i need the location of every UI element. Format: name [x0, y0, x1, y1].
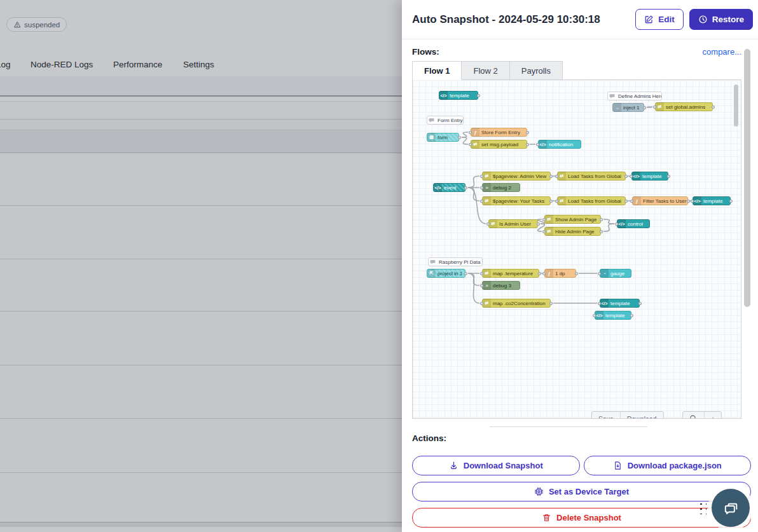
page-title: Auto Snapshot - 2024-05-29 10:30:18 — [412, 13, 635, 26]
node-output-port — [464, 186, 467, 189]
node-input-port — [469, 143, 472, 146]
flow-canvas-scrollbar[interactable] — [734, 85, 738, 126]
flow-wire — [468, 273, 479, 303]
flow-download-button[interactable]: Download — [621, 412, 663, 419]
flow-node-label: map .temperature — [491, 271, 535, 276]
debug-icon: ≡ — [483, 281, 491, 290]
flow-tab-bar: Flow 1Flow 2Payrolls — [412, 61, 563, 80]
clock-icon — [698, 15, 708, 24]
node-output-port — [712, 106, 715, 109]
set-as-device-target-button[interactable]: Set as Device Target — [412, 482, 751, 501]
flow-node-set-global: ⇄set global.admins — [655, 102, 713, 111]
flow-tab-payrolls[interactable]: Payrolls — [510, 61, 563, 80]
download-package-json-button[interactable]: Download package.json — [584, 456, 752, 475]
chat-launcher-button[interactable] — [712, 489, 750, 527]
table-row — [0, 153, 402, 206]
node-output-port — [464, 272, 467, 275]
actions-label: Actions: — [412, 433, 446, 443]
bg-tab-performance[interactable]: Performance — [113, 60, 162, 69]
node-input-port — [555, 175, 558, 178]
flow-node-template1: </>template — [631, 172, 668, 181]
restore-button[interactable]: Restore — [689, 9, 753, 30]
node-output-port — [643, 106, 646, 109]
flow-node-is-admin: ⇄Is Admin User — [488, 219, 538, 228]
flow-node-label: Is Admin User — [497, 221, 533, 227]
flow-node-label: template — [701, 198, 725, 204]
table-row — [0, 97, 402, 102]
flow-save-button[interactable]: Save — [592, 412, 621, 419]
section-divider — [490, 426, 647, 427]
flow-node-inject1: →inject 1 — [612, 103, 644, 112]
panel-scrollbar[interactable] — [744, 49, 750, 307]
node-output-port — [687, 200, 690, 203]
flow-tab-flow-1[interactable]: Flow 1 — [412, 61, 462, 80]
node-output-port — [537, 222, 540, 226]
flow-node-load2: ⇄Load Tasks from Global — [557, 196, 626, 205]
dimmed-background: suspended LogNode-RED LogsPerformanceSet… — [0, 0, 402, 532]
flow-node-label: template — [640, 174, 664, 179]
table-row — [0, 259, 402, 311]
flow-node-label: notification — [547, 142, 575, 147]
flow-wire — [603, 219, 614, 224]
flow-node-label: template — [448, 93, 471, 99]
function-icon: ƒ — [545, 269, 553, 278]
node-input-port — [630, 200, 633, 203]
bg-tab-log[interactable]: Log — [0, 60, 11, 69]
change-icon: ⇄ — [483, 172, 491, 181]
zoom-magnifier-icon[interactable] — [683, 412, 705, 419]
node-output-port — [575, 272, 578, 275]
status-badge-suspended: suspended — [6, 17, 67, 32]
action-button-label: Delete Snapshot — [556, 513, 621, 522]
node-input-port — [598, 302, 601, 305]
flow-preview-canvas[interactable]: </>templateDefine Admins Here→inject 1⇄s… — [412, 79, 741, 419]
node-output-port — [600, 218, 603, 221]
compare-link[interactable]: compare... — [703, 47, 741, 57]
action-button-label: Download Snapshot — [464, 461, 543, 470]
snapshot-panel: Auto Snapshot - 2024-05-29 10:30:18 Edit… — [402, 0, 758, 532]
zoom-in-button[interactable]: + — [705, 412, 721, 419]
code-icon: </> — [632, 172, 640, 181]
flow-node-label: Raspberry Pi Data — [437, 259, 482, 265]
node-output-port — [667, 175, 670, 178]
flow-node-label: inject 1 — [621, 105, 641, 111]
node-input-port — [555, 200, 558, 203]
flow-node-label: project in 1 — [436, 271, 464, 276]
flow-node-pv-admin: ⇄$pageview: Admin View — [482, 172, 551, 181]
change-icon: ⇄ — [545, 227, 553, 236]
node-output-port — [477, 94, 480, 97]
flow-node-control: </>control — [617, 219, 650, 228]
restore-button-label: Restore — [712, 15, 744, 24]
node-input-port — [691, 200, 694, 203]
flow-node-label: set msg.payload — [479, 142, 520, 147]
change-icon: ⇄ — [483, 269, 491, 278]
flow-comment-comment-def: Define Admins Here — [607, 92, 662, 100]
node-output-port — [458, 136, 461, 139]
change-icon: ⇄ — [545, 215, 553, 224]
bg-tab-node-red-logs[interactable]: Node-RED Logs — [31, 60, 93, 69]
table-row — [0, 311, 402, 365]
actions-row-1: Download SnapshotDownload package.json — [412, 456, 751, 475]
flow-node-label: template — [609, 301, 632, 306]
edit-button[interactable]: Edit — [635, 9, 684, 30]
switch-icon: ⇄ — [489, 219, 497, 228]
flow-wire — [603, 224, 614, 231]
code-icon: </> — [617, 219, 626, 228]
node-input-port — [653, 106, 656, 109]
node-output-port — [624, 175, 628, 178]
flow-tab-flow-2[interactable]: Flow 2 — [462, 61, 509, 80]
background-table — [0, 76, 402, 527]
node-input-port — [480, 272, 483, 275]
flow-node-show-admin: ⇄Show Admin Page — [544, 215, 601, 224]
chat-drag-handle-dots[interactable] — [698, 501, 706, 514]
flow-wire — [462, 132, 468, 137]
node-output-port — [549, 200, 553, 203]
flow-node-label: Load Tasks from Global — [566, 174, 623, 179]
chat-bubbles-icon — [722, 499, 740, 517]
bg-tab-settings[interactable]: Settings — [183, 60, 214, 69]
node-input-port — [536, 143, 539, 146]
download-snapshot-button[interactable]: Download Snapshot — [412, 456, 580, 475]
flow-wire — [468, 188, 486, 224]
flow-node-label: 1 dp — [553, 271, 567, 276]
status-badge-label: suspended — [24, 21, 60, 29]
flow-node-label: $pageview: Admin View — [491, 174, 548, 179]
